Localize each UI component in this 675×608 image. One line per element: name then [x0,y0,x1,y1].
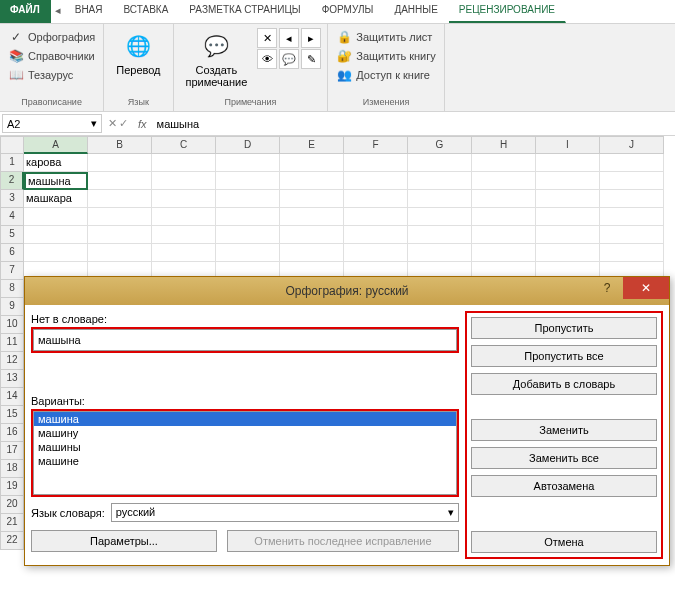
suggestions-list[interactable]: машинамашинумашинымашине [33,411,457,495]
cell-B1[interactable] [88,154,152,172]
cell-E6[interactable] [280,244,344,262]
row-header-18[interactable]: 18 [0,460,24,478]
prev-comment-button[interactable]: ◂ [279,28,299,48]
cell-A3[interactable]: машкара [24,190,88,208]
cell-J1[interactable] [600,154,664,172]
cell-E4[interactable] [280,208,344,226]
cell-D4[interactable] [216,208,280,226]
show-comment-button[interactable]: 👁 [257,49,277,69]
next-comment-button[interactable]: ▸ [301,28,321,48]
cell-H1[interactable] [472,154,536,172]
cell-B4[interactable] [88,208,152,226]
cell-F3[interactable] [344,190,408,208]
col-header-E[interactable]: E [280,136,344,154]
cell-D3[interactable] [216,190,280,208]
row-header-20[interactable]: 20 [0,496,24,514]
cell-F6[interactable] [344,244,408,262]
cell-D1[interactable] [216,154,280,172]
row-header-4[interactable]: 4 [0,208,24,226]
thesaurus-button[interactable]: 📖Тезаурус [6,66,97,84]
cell-B6[interactable] [88,244,152,262]
row-header-14[interactable]: 14 [0,388,24,406]
cell-I3[interactable] [536,190,600,208]
row-header-17[interactable]: 17 [0,442,24,460]
translate-button[interactable]: 🌐 Перевод [110,28,166,78]
cell-F4[interactable] [344,208,408,226]
row-header-19[interactable]: 19 [0,478,24,496]
cell-D2[interactable] [216,172,280,190]
tab-formulas[interactable]: ФОРМУЛЫ [312,0,385,23]
cell-F1[interactable] [344,154,408,172]
tab-data[interactable]: ДАННЫЕ [384,0,448,23]
col-header-D[interactable]: D [216,136,280,154]
cell-I2[interactable] [536,172,600,190]
cell-C6[interactable] [152,244,216,262]
row-header-12[interactable]: 12 [0,352,24,370]
tab-insert[interactable]: ВСТАВКА [114,0,180,23]
cell-A2[interactable]: машына [24,172,88,190]
row-header-9[interactable]: 9 [0,298,24,316]
row-header-8[interactable]: 8 [0,280,24,298]
tab-page-layout[interactable]: РАЗМЕТКА СТРАНИЦЫ [179,0,311,23]
cell-J3[interactable] [600,190,664,208]
cell-G6[interactable] [408,244,472,262]
cell-B3[interactable] [88,190,152,208]
cell-G1[interactable] [408,154,472,172]
cell-B5[interactable] [88,226,152,244]
cell-H6[interactable] [472,244,536,262]
cell-D6[interactable] [216,244,280,262]
help-button[interactable]: ? [591,277,623,299]
cell-B2[interactable] [88,172,152,190]
row-header-21[interactable]: 21 [0,514,24,532]
protect-sheet-button[interactable]: 🔒Защитить лист [334,28,438,46]
cell-C5[interactable] [152,226,216,244]
cell-H5[interactable] [472,226,536,244]
cell-C3[interactable] [152,190,216,208]
col-header-J[interactable]: J [600,136,664,154]
row-header-11[interactable]: 11 [0,334,24,352]
suggestion-item[interactable]: машины [34,440,456,454]
row-header-16[interactable]: 16 [0,424,24,442]
cell-E5[interactable] [280,226,344,244]
suggestion-item[interactable]: машине [34,454,456,468]
row-header-5[interactable]: 5 [0,226,24,244]
autocorrect-button[interactable]: Автозамена [471,475,657,497]
cell-E2[interactable] [280,172,344,190]
cell-A6[interactable] [24,244,88,262]
cell-I6[interactable] [536,244,600,262]
col-header-I[interactable]: I [536,136,600,154]
cell-G3[interactable] [408,190,472,208]
cell-I4[interactable] [536,208,600,226]
row-header-1[interactable]: 1 [0,154,24,172]
tab-home[interactable]: ВНАЯ [65,0,114,23]
dialog-titlebar[interactable]: Орфография: русский ? ✕ [25,277,669,305]
cell-J5[interactable] [600,226,664,244]
skip-all-button[interactable]: Пропустить все [471,345,657,367]
cell-F2[interactable] [344,172,408,190]
name-box[interactable]: A2▾ [2,114,102,133]
row-header-22[interactable]: 22 [0,532,24,550]
cell-D5[interactable] [216,226,280,244]
cell-A5[interactable] [24,226,88,244]
cell-H4[interactable] [472,208,536,226]
cancel-formula-icon[interactable]: ✕ [108,117,117,130]
cell-E3[interactable] [280,190,344,208]
suggestion-item[interactable]: машину [34,426,456,440]
cell-C2[interactable] [152,172,216,190]
research-button[interactable]: 📚Справочники [6,47,97,65]
col-header-G[interactable]: G [408,136,472,154]
new-comment-button[interactable]: 💬 Создать примечание [180,28,254,90]
row-header-7[interactable]: 7 [0,262,24,280]
col-header-H[interactable]: H [472,136,536,154]
col-header-F[interactable]: F [344,136,408,154]
cell-G2[interactable] [408,172,472,190]
tab-review[interactable]: РЕЦЕНЗИРОВАНИЕ [449,0,566,23]
select-all-corner[interactable] [0,136,24,154]
add-to-dict-button[interactable]: Добавить в словарь [471,373,657,395]
cell-G4[interactable] [408,208,472,226]
share-book-button[interactable]: 👥Доступ к книге [334,66,438,84]
cell-J2[interactable] [600,172,664,190]
cell-H3[interactable] [472,190,536,208]
cell-J4[interactable] [600,208,664,226]
cell-C1[interactable] [152,154,216,172]
